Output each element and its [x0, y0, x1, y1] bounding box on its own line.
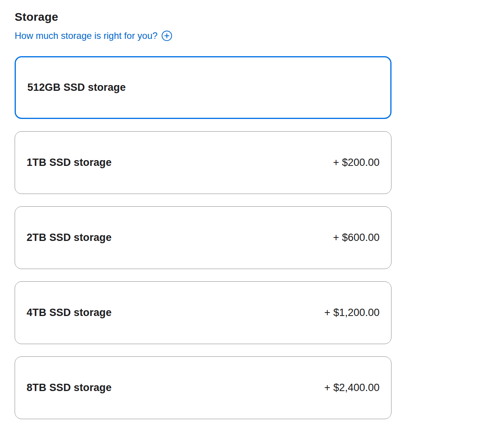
storage-help-link-label: How much storage is right for you?: [15, 30, 158, 42]
storage-configurator-section: Storage How much storage is right for yo…: [0, 0, 504, 428]
storage-help-link[interactable]: How much storage is right for you?: [15, 30, 173, 42]
storage-option-price: + $200.00: [333, 157, 380, 169]
storage-option-label: 1TB SSD storage: [27, 157, 112, 169]
storage-option-card[interactable]: 1TB SSD storage+ $200.00: [15, 131, 391, 194]
storage-option-label: 2TB SSD storage: [27, 232, 112, 244]
storage-option-price: + $2,400.00: [324, 382, 380, 394]
storage-option-card[interactable]: 2TB SSD storage+ $600.00: [15, 206, 391, 269]
storage-option-card[interactable]: 512GB SSD storage: [15, 56, 391, 119]
storage-option-card[interactable]: 4TB SSD storage+ $1,200.00: [15, 281, 391, 344]
plus-circle-icon[interactable]: [161, 30, 173, 42]
storage-option-label: 512GB SSD storage: [27, 82, 126, 94]
storage-section-heading: Storage: [15, 10, 504, 24]
storage-option-card[interactable]: 8TB SSD storage+ $2,400.00: [15, 356, 391, 419]
storage-options-list: 512GB SSD storage1TB SSD storage+ $200.0…: [15, 56, 504, 419]
storage-option-price: + $1,200.00: [324, 307, 380, 319]
storage-option-label: 8TB SSD storage: [27, 382, 112, 394]
storage-option-label: 4TB SSD storage: [27, 307, 112, 319]
storage-option-price: + $600.00: [333, 232, 380, 244]
